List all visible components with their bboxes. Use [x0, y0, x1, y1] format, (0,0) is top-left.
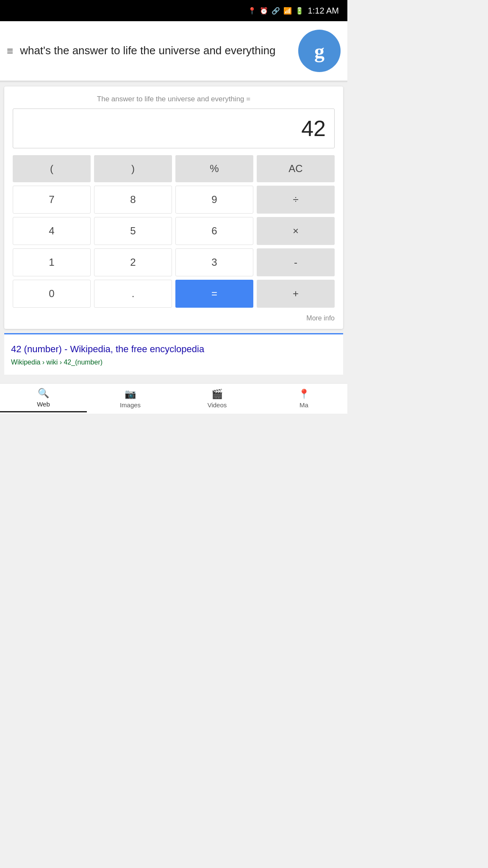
- calc-equals[interactable]: =: [175, 280, 253, 308]
- nav-videos[interactable]: 🎬 Videos: [174, 385, 261, 412]
- signal-icon: 📶: [283, 7, 292, 15]
- result-title[interactable]: 42 (number) - Wikipedia, the free encycl…: [11, 343, 336, 356]
- google-logo-letter: g: [314, 39, 324, 63]
- calc-multiply[interactable]: ×: [257, 217, 335, 245]
- camera-icon: 📷: [125, 389, 136, 400]
- nav-web[interactable]: 🔍 Web: [0, 384, 87, 412]
- calc-0[interactable]: 0: [13, 280, 91, 308]
- calc-3[interactable]: 3: [175, 248, 253, 276]
- maps-icon: 📍: [298, 389, 310, 400]
- result-url: Wikipedia › wiki › 42_(number): [11, 359, 336, 366]
- alarm-icon: ⏰: [260, 7, 268, 15]
- calc-1[interactable]: 1: [13, 248, 91, 276]
- video-icon: 🎬: [211, 389, 223, 400]
- calculator-label: The answer to life the universe and ever…: [13, 95, 335, 103]
- bluetooth-icon: 🔗: [272, 7, 280, 15]
- nav-maps-label: Ma: [299, 401, 308, 409]
- nav-web-label: Web: [37, 401, 50, 408]
- nav-images[interactable]: 📷 Images: [87, 385, 174, 412]
- more-info-link[interactable]: More info: [13, 314, 335, 322]
- calc-add[interactable]: +: [257, 280, 335, 308]
- status-time: 1:12 AM: [308, 6, 339, 16]
- calc-clear[interactable]: AC: [257, 155, 335, 182]
- nav-images-label: Images: [120, 401, 141, 409]
- search-result: 42 (number) - Wikipedia, the free encycl…: [4, 334, 343, 375]
- search-header: ≡ what's the answer to life the universe…: [0, 21, 347, 81]
- calc-9[interactable]: 9: [175, 186, 253, 214]
- battery-icon: 🔋: [295, 7, 304, 15]
- search-icon: 🔍: [38, 388, 49, 399]
- bottom-nav: 🔍 Web 📷 Images 🎬 Videos 📍 Ma: [0, 383, 347, 414]
- search-query[interactable]: what's the answer to life the universe a…: [20, 43, 291, 58]
- location-icon: 📍: [248, 7, 256, 15]
- calculator-grid: ( ) % AC 7 8 9 ÷ 4 5 6 × 1 2 3 - 0 . = +: [13, 155, 335, 308]
- nav-maps[interactable]: 📍 Ma: [261, 385, 347, 412]
- calc-4[interactable]: 4: [13, 217, 91, 245]
- google-avatar[interactable]: g: [298, 30, 341, 72]
- calc-subtract[interactable]: -: [257, 248, 335, 276]
- calc-6[interactable]: 6: [175, 217, 253, 245]
- status-icons: 📍 ⏰ 🔗 📶 🔋: [248, 7, 304, 15]
- calc-2[interactable]: 2: [94, 248, 172, 276]
- nav-videos-label: Videos: [208, 401, 227, 409]
- calc-open-paren[interactable]: (: [13, 155, 91, 182]
- calc-percent[interactable]: %: [175, 155, 253, 182]
- menu-button[interactable]: ≡: [7, 45, 13, 58]
- calc-decimal[interactable]: .: [94, 280, 172, 308]
- calc-close-paren[interactable]: ): [94, 155, 172, 182]
- status-bar: 📍 ⏰ 🔗 📶 🔋 1:12 AM: [0, 0, 347, 21]
- calculator-card: The answer to life the universe and ever…: [4, 86, 343, 329]
- calculator-display: 42: [13, 108, 335, 148]
- calc-7[interactable]: 7: [13, 186, 91, 214]
- calc-divide[interactable]: ÷: [257, 186, 335, 214]
- calc-8[interactable]: 8: [94, 186, 172, 214]
- calc-5[interactable]: 5: [94, 217, 172, 245]
- header-divider: [0, 81, 347, 82]
